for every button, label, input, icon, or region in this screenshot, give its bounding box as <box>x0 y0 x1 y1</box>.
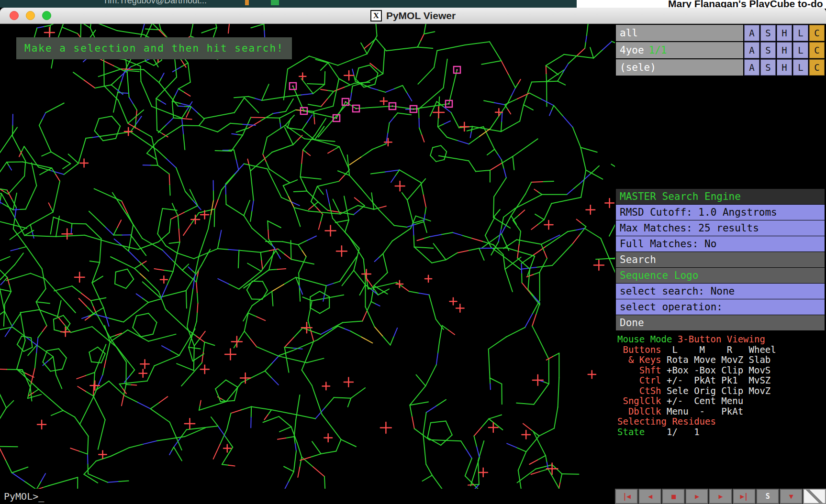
plugin-title: MASTER Search Engine <box>616 189 825 204</box>
mouse-help-line: SnglClk +/- Cent Menu <box>617 396 826 406</box>
playback-scene-s[interactable]: S <box>756 489 779 504</box>
bottom-bar: PyMOL>_ |◀◀■▶▶▶|S▼ <box>0 489 826 504</box>
window-titlebar[interactable]: X PyMOL Viewer <box>0 8 826 24</box>
playback-stop[interactable]: ■ <box>662 489 685 504</box>
menu-down-icon: ▼ <box>789 492 793 501</box>
plugin-search[interactable]: Search <box>616 252 825 267</box>
viewport-3d[interactable]: Make a selection and then hit search! <box>0 24 615 489</box>
mouse-help-line: CtSh Sele Orig Clip MovZ <box>617 386 826 396</box>
menu-button-h-4yoe[interactable]: H <box>777 42 792 58</box>
menu-button-a-all[interactable]: A <box>744 25 759 41</box>
menu-button-c-4yoe[interactable]: C <box>809 42 825 58</box>
menu-button-s-all[interactable]: S <box>760 25 776 41</box>
object-list: allASHLC4yoe1/1ASHLC(sele)ASHLC <box>616 25 826 76</box>
mouse-help-line: Mouse Mode 3-Button Viewing <box>617 334 826 345</box>
playback-play[interactable]: ▶ <box>685 489 708 504</box>
mouse-help-line: Selecting Residues <box>617 416 826 427</box>
menu-button-c-sele[interactable]: C <box>809 59 825 76</box>
sidebar-spacer <box>616 77 826 189</box>
background-window-left-title: Tim.Tregubov@Dartmout... <box>103 0 207 6</box>
selection-hint-message: Make a selection and then hit search! <box>16 37 292 59</box>
mouse-mode-panel: Mouse Mode 3-Button Viewing Buttons L M … <box>616 334 826 437</box>
menu-button-h-all[interactable]: H <box>777 25 792 41</box>
background-green-chip <box>271 0 279 5</box>
window-title: X PyMOL Viewer <box>0 8 826 23</box>
stop-icon: ■ <box>671 492 675 501</box>
object-row-4yoe: 4yoe1/1ASHLC <box>616 42 826 58</box>
object-label-all[interactable]: all <box>616 25 743 41</box>
menu-button-l-4yoe[interactable]: L <box>793 42 808 58</box>
master-plugin-panel: MASTER Search Engine RMSD Cutoff: 1.0 An… <box>616 189 826 330</box>
rewind-start-icon: |◀ <box>623 492 630 501</box>
plugin-select-search[interactable]: select search: None <box>616 284 825 299</box>
object-name: 4yoe <box>620 44 644 56</box>
object-name: (sele) <box>620 62 656 73</box>
menu-button-a-sele[interactable]: A <box>744 59 759 76</box>
molecule-render <box>0 24 615 489</box>
mouse-help-line: & Keys Rota Move MovZ Slab <box>617 355 826 365</box>
plugin-full-matches[interactable]: Full Matches: No <box>616 236 825 252</box>
object-row-sele: (sele)ASHLC <box>616 59 826 76</box>
object-name: all <box>620 27 638 39</box>
plugin-sequence-logo[interactable]: Sequence Logo <box>616 268 825 283</box>
playback-resize-grip[interactable] <box>803 489 826 504</box>
control-sidebar: allASHLC4yoe1/1ASHLC(sele)ASHLC MASTER S… <box>615 24 826 489</box>
menu-button-h-sele[interactable]: H <box>777 59 792 76</box>
playback-step-back[interactable]: ◀ <box>638 489 661 504</box>
plugin-rows: RMSD Cutoff: 1.0 AngstromsMax Matches: 2… <box>616 205 826 330</box>
plugin-done[interactable]: Done <box>616 315 825 330</box>
playback-controls: |◀◀■▶▶▶|S▼ <box>615 489 826 504</box>
mouse-help-line: State 1/ 1 <box>617 427 826 438</box>
step-forward-icon: ▶ <box>718 492 722 501</box>
plugin-rmsd-cutoff[interactable]: RMSD Cutoff: 1.0 Angstroms <box>616 205 825 220</box>
object-label-4yoe[interactable]: 4yoe1/1 <box>616 42 743 58</box>
plugin-select-operation[interactable]: select operation: <box>616 299 825 315</box>
mouse-help-line: Buttons L M R Wheel <box>617 345 826 355</box>
background-orange-chip <box>245 0 249 5</box>
menu-button-l-all[interactable]: L <box>793 25 808 41</box>
step-back-icon: ◀ <box>648 492 652 501</box>
pymol-window: Tim.Tregubov@Dartmout... Mary Flanagan's… <box>0 0 826 504</box>
skip-end-icon: ▶| <box>740 492 748 501</box>
command-line[interactable]: PyMOL>_ <box>0 489 615 504</box>
x11-icon: X <box>370 10 382 22</box>
playback-menu-down[interactable]: ▼ <box>780 489 803 504</box>
menu-button-a-4yoe[interactable]: A <box>744 42 759 58</box>
window-title-text: PyMOL Viewer <box>386 10 456 22</box>
command-prompt[interactable]: PyMOL>_ <box>4 491 44 502</box>
playback-skip-end[interactable]: ▶| <box>733 489 756 504</box>
object-row-all: allASHLC <box>616 25 826 41</box>
menu-button-s-4yoe[interactable]: S <box>760 42 776 58</box>
mouse-help-line: Shft +Box -Box Clip MovS <box>617 365 826 376</box>
mouse-help-line: DblClk Menu - PkAt <box>617 406 826 417</box>
desktop-background: Tim.Tregubov@Dartmout... Mary Flanagan's… <box>0 0 826 8</box>
object-label-sele[interactable]: (sele) <box>616 59 743 76</box>
scene-s-icon: S <box>766 492 770 501</box>
plugin-max-matches[interactable]: Max Matches: 25 results <box>616 220 825 236</box>
playback-rewind-start[interactable]: |◀ <box>615 489 638 504</box>
menu-button-l-sele[interactable]: L <box>793 59 808 76</box>
main-area: Make a selection and then hit search! al… <box>0 24 826 489</box>
play-icon: ▶ <box>695 492 699 501</box>
mouse-help-line: Ctrl +/- PkAt Pk1 MvSZ <box>617 375 826 386</box>
menu-button-c-all[interactable]: C <box>809 25 825 41</box>
playback-step-forward[interactable]: ▶ <box>709 489 732 504</box>
menu-button-s-sele[interactable]: S <box>760 59 776 76</box>
object-state-counter: 1/1 <box>649 44 667 56</box>
